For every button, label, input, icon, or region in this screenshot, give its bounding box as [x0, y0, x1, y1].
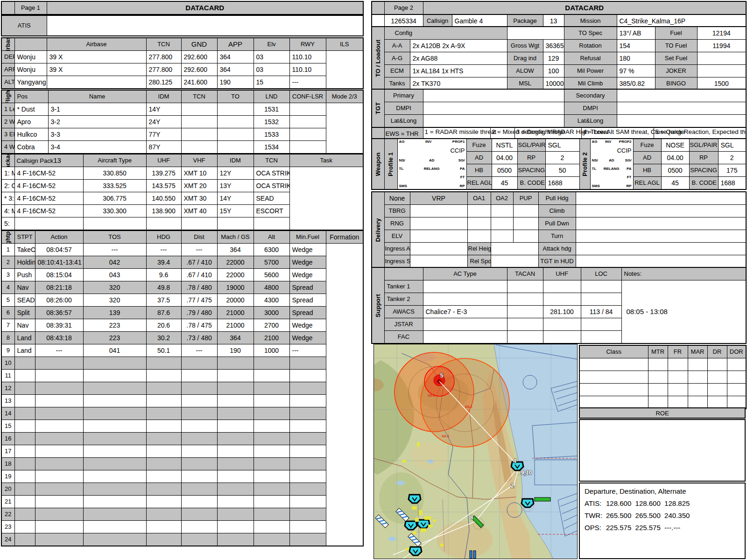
package-idm: XMT 40	[181, 205, 217, 217]
flight-header-name: Name	[48, 90, 146, 103]
awacs-uhf: 281.100	[543, 306, 581, 318]
package-header-uhf: UHF	[146, 154, 181, 167]
fp-min-fuel: 5600	[254, 269, 289, 281]
p1-spacing-label: SPACING	[517, 164, 545, 177]
fp-mach-gs: .67 / 410	[181, 256, 217, 269]
p2-fuze-label: Fuze	[633, 139, 661, 152]
refusal-value: 180	[617, 52, 655, 65]
flightplan-row: 8 Land 08:43:18 223 30.2 .73 / 480 364 2…	[1, 332, 363, 344]
flight-idm: 3-1	[48, 103, 146, 116]
fp-tos	[35, 483, 83, 496]
fp-mach-gs	[181, 508, 217, 521]
flight-header-conf: CONF-LSR	[289, 90, 326, 103]
fp-formation	[289, 521, 326, 533]
package-tcn: 14Y	[217, 192, 254, 205]
airbase-elv: 190	[217, 76, 254, 89]
config-label: Config	[384, 27, 507, 40]
package-task: SEAD	[254, 192, 289, 205]
airbase-name: Yangyang	[14, 76, 47, 89]
flightplan-row: 15	[1, 420, 363, 433]
flight-lnd	[217, 141, 254, 154]
fp-stpt: 24	[1, 533, 14, 546]
freq-line: ATIS:128.600 128.600 128.825	[585, 499, 743, 507]
fp-dist	[146, 445, 181, 458]
fp-hdg: 223	[83, 332, 146, 344]
config-blank	[507, 27, 564, 40]
fp-tos	[35, 433, 83, 445]
flight-pos: 1 Lead	[1, 103, 14, 116]
fp-alt: 21000	[217, 307, 254, 319]
fp-dist: 9.6	[146, 269, 181, 281]
flightplan-row: 2 Holding 08:10:41-13:41 042 39.4 .67 / …	[1, 256, 363, 269]
flight-conf-lsr: 1531	[254, 103, 289, 116]
tanker1-uhf	[543, 280, 581, 293]
p1-sglpair-label: SGL/PAIR	[517, 139, 545, 152]
fp-formation	[289, 483, 326, 496]
support-header-tacan: TACAN	[507, 267, 543, 280]
tgt-in-hud-value	[576, 255, 746, 268]
fp-formation	[289, 533, 326, 546]
p2-bcode-value: 1688	[718, 177, 746, 190]
airbase-ils: ---	[289, 76, 326, 89]
fp-alt	[217, 445, 254, 458]
flight-conf-lsr: 1532	[254, 116, 289, 128]
class-header: Class	[579, 345, 648, 358]
fac-actype	[423, 331, 507, 344]
awacs-tacan	[507, 306, 543, 318]
fp-min-fuel	[254, 483, 289, 496]
fp-dist: 37.5	[146, 294, 181, 307]
bingo-label: BINGO	[655, 77, 697, 91]
package-aircraft-type: 4 F-16CM-52	[14, 180, 83, 192]
fp-action	[14, 382, 35, 395]
to-spec-label: TO Spec	[564, 27, 617, 40]
flight-row: 1 Lead * Dust 3-1 14Y 1531	[1, 103, 363, 116]
fp-hdg: ---	[83, 244, 146, 256]
package-row: 4: Mako 5 4 F-16CM-52 330.300 138.900 XM…	[1, 205, 363, 217]
fp-tos: 08:21:18	[35, 281, 83, 294]
jstar-loc	[581, 318, 621, 331]
jstar-actype	[423, 318, 507, 331]
fr-header: FR	[668, 345, 688, 358]
support-header-actype: AC Type	[423, 267, 507, 280]
fp-stpt: 19	[1, 470, 14, 483]
fp-alt	[217, 470, 254, 483]
jstar-label: JSTAR	[384, 318, 423, 331]
p1-fuze-value: NSTL	[492, 139, 517, 152]
fp-formation	[289, 407, 326, 420]
tgt-row: Lat&Long Lat&Long	[372, 115, 746, 128]
fp-alt	[217, 533, 254, 546]
fp-hdg: 223	[83, 319, 146, 332]
tanker1-actype	[423, 280, 507, 293]
fp-min-fuel	[254, 521, 289, 533]
delivery-table: Delivery None VRP OA1 OA2 PUP Pull Hdg T…	[371, 191, 747, 268]
support-header-uhf: UHF	[543, 267, 581, 280]
tanker2-loc	[581, 293, 621, 306]
flightplan-row: 6 Split 08:36:57 139 87.6 .79 / 480 2100…	[1, 307, 363, 319]
p2-fuze-value: NOSE	[661, 139, 689, 152]
airbase-name: Wonju	[14, 63, 47, 76]
fp-tos: 08:36:57	[35, 307, 83, 319]
fp-stpt: 8	[1, 332, 14, 344]
elv-oa1	[467, 230, 491, 243]
fp-alt	[217, 420, 254, 433]
frequency-box: Departure, Destination, Alternate ATIS:1…	[579, 483, 746, 559]
flight-to	[181, 141, 217, 154]
airbase-tcn	[47, 76, 146, 89]
package-task: OCA STRIKE	[254, 167, 289, 180]
flightplan-row: 22	[1, 508, 363, 521]
latlong-label: Lat&Long	[384, 115, 423, 128]
flight-table: Flight Pos Name IDM TCN TO LND CONF-LSR …	[1, 90, 364, 154]
airbase-tcn: 39 X	[47, 63, 146, 76]
p2-spacing-label: SPACING	[689, 164, 718, 177]
profile1-mfd: AGINVPROF1 CCIP NS/ADSG/ TLRELANGPA FT S…	[397, 139, 466, 189]
fp-dist: 50.1	[146, 344, 181, 357]
fp-mach-gs	[181, 470, 217, 483]
loadout-aa-label: A-A	[384, 40, 410, 52]
fp-alt: 21000	[217, 319, 254, 332]
fp-stpt: 2	[1, 256, 14, 269]
p1-ad-value: 04.00	[492, 152, 517, 164]
package-header-tcn: TCN	[254, 154, 289, 167]
flight-row: 2 Wing Apro 3-2 24Y 1532	[1, 116, 363, 128]
jstar-tacan	[507, 318, 543, 331]
package-vhf: 143.575	[146, 180, 181, 192]
